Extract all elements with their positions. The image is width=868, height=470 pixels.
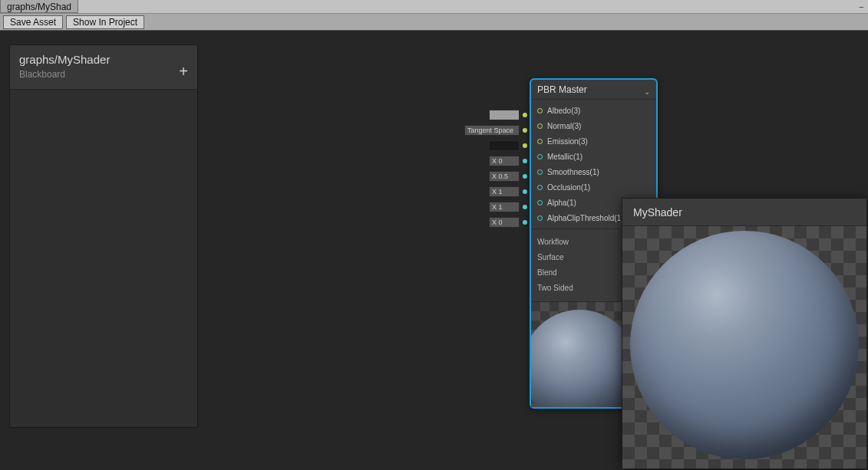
stub-connector-icon[interactable]	[523, 143, 527, 148]
input-stub[interactable]: X 1	[464, 199, 527, 215]
number-field[interactable]: X 0	[489, 217, 520, 228]
blackboard-subtitle: Blackboard	[19, 69, 188, 80]
stub-connector-icon[interactable]	[523, 205, 527, 209]
blackboard-header: graphs/MyShader Blackboard +	[10, 45, 197, 90]
preview-title: MyShader	[633, 206, 682, 219]
blackboard-panel[interactable]: graphs/MyShader Blackboard +	[9, 44, 198, 428]
port-label: Smoothness(1)	[547, 168, 599, 176]
node-port[interactable]: Occlusion(1)	[531, 179, 656, 195]
input-stub[interactable]: Tangent Space	[464, 123, 527, 138]
node-title: PBR Master	[537, 84, 587, 95]
stub-connector-icon[interactable]	[523, 220, 527, 225]
port-label: Alpha(1)	[547, 199, 576, 207]
preview-header[interactable]: MyShader	[622, 199, 866, 226]
main-preview-window[interactable]: MyShader	[622, 198, 867, 469]
color-swatch[interactable]	[489, 110, 520, 120]
port-label: Metallic(1)	[547, 153, 583, 161]
property-label: Blend	[537, 268, 627, 277]
node-input-stubs: Tangent SpaceX 0X 0.5X 1X 1X 0	[464, 107, 527, 230]
port-dot-icon[interactable]	[537, 185, 543, 190]
number-field[interactable]: X 0.5	[489, 171, 520, 182]
graph-canvas[interactable]: graphs/MyShader Blackboard + Tangent Spa…	[0, 31, 868, 470]
stub-connector-icon[interactable]	[523, 159, 527, 163]
port-label: Normal(3)	[547, 122, 581, 130]
blackboard-add-button[interactable]: +	[177, 65, 190, 77]
titlebar-spacer	[78, 0, 859, 13]
input-stub[interactable]	[464, 107, 527, 123]
window-controls: –	[859, 0, 868, 13]
preview-body[interactable]	[622, 226, 866, 468]
port-label: Occlusion(1)	[547, 183, 590, 192]
port-dot-icon[interactable]	[537, 215, 543, 221]
port-dot-icon[interactable]	[537, 123, 543, 129]
input-stub[interactable]: X 0	[464, 153, 527, 169]
blackboard-title: graphs/MyShader	[19, 53, 188, 66]
number-field[interactable]: X 0	[489, 156, 520, 166]
node-port[interactable]: Emission(3)	[531, 133, 656, 149]
node-port[interactable]: Metallic(1)	[531, 149, 656, 164]
port-dot-icon[interactable]	[537, 200, 543, 205]
window-minimize-icon[interactable]: –	[859, 2, 863, 11]
save-asset-button[interactable]: Save Asset	[3, 15, 63, 29]
port-dot-icon[interactable]	[537, 154, 543, 159]
stub-connector-icon[interactable]	[523, 128, 527, 133]
property-label: Surface	[537, 253, 627, 261]
stub-connector-icon[interactable]	[523, 174, 527, 179]
window-titlebar: graphs/MyShad –	[0, 0, 868, 14]
input-stub[interactable]: X 1	[464, 184, 527, 199]
preview-sphere-icon	[630, 231, 859, 459]
port-label: Albedo(3)	[547, 107, 580, 115]
port-dot-icon[interactable]	[537, 139, 543, 144]
port-label: AlphaClipThreshold(1)	[547, 214, 624, 222]
window-tab[interactable]: graphs/MyShad	[0, 0, 78, 13]
blackboard-body[interactable]	[10, 90, 197, 427]
node-header[interactable]: PBR Master ⌄	[531, 80, 656, 100]
toolbar: Save Asset Show In Project	[0, 14, 868, 31]
port-dot-icon[interactable]	[537, 108, 543, 113]
show-in-project-button[interactable]: Show In Project	[66, 15, 144, 29]
color-swatch[interactable]	[489, 140, 520, 151]
stub-connector-icon[interactable]	[523, 189, 527, 194]
stub-connector-icon[interactable]	[523, 113, 527, 117]
input-stub[interactable]: X 0.5	[464, 169, 527, 184]
input-stub[interactable]: X 0	[464, 215, 527, 230]
node-port[interactable]: Normal(3)	[531, 118, 656, 133]
number-field[interactable]: X 1	[489, 186, 520, 197]
node-port[interactable]: Smoothness(1)	[531, 164, 656, 179]
number-field[interactable]: X 1	[489, 202, 520, 212]
node-port[interactable]: Albedo(3)	[531, 103, 656, 118]
window-tab-label: graphs/MyShad	[7, 2, 71, 12]
port-dot-icon[interactable]	[537, 169, 543, 175]
port-label: Emission(3)	[547, 137, 588, 146]
chevron-down-icon[interactable]: ⌄	[644, 87, 650, 96]
property-label: Workflow	[537, 238, 627, 246]
dropdown-field[interactable]: Tangent Space	[464, 125, 520, 136]
input-stub[interactable]	[464, 138, 527, 153]
